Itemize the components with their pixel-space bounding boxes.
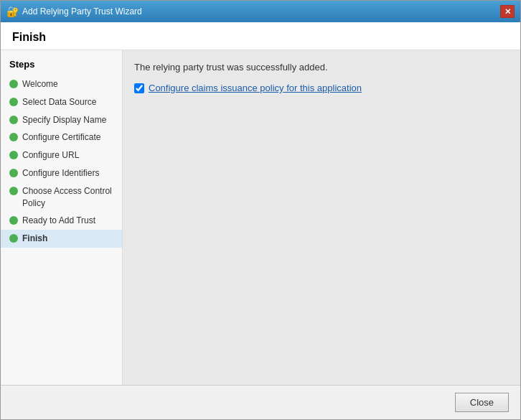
sidebar-item-welcome[interactable]: Welcome — [1, 75, 122, 93]
step-dot-welcome — [9, 80, 18, 88]
step-label-configure-url: Configure URL — [22, 149, 79, 162]
sidebar-item-specify-display-name[interactable]: Specify Display Name — [1, 111, 122, 129]
main-body: Steps Welcome Select Data Source Specify… — [1, 50, 520, 385]
window-title: Add Relying Party Trust Wizard — [22, 6, 142, 17]
step-dot-choose-access-control-policy — [9, 187, 18, 195]
claims-issuance-label[interactable]: Configure claims issuance policy for thi… — [149, 83, 362, 93]
step-label-ready-to-add-trust: Ready to Add Trust — [22, 215, 95, 227]
wizard-window: 🔐 Add Relying Party Trust Wizard ✕ Finis… — [0, 0, 521, 420]
step-label-welcome: Welcome — [22, 78, 58, 90]
step-label-choose-access-control-policy: Choose Access Control Policy — [22, 185, 113, 210]
step-label-specify-display-name: Specify Display Name — [22, 114, 106, 126]
step-label-select-data-source: Select Data Source — [22, 96, 96, 108]
step-dot-configure-identifiers — [9, 169, 18, 177]
claims-issuance-checkbox[interactable] — [134, 83, 144, 93]
steps-label: Steps — [1, 59, 122, 75]
wizard-icon: 🔐 — [6, 6, 18, 17]
sidebar-item-configure-certificate[interactable]: Configure Certificate — [1, 129, 122, 146]
sidebar-item-configure-identifiers[interactable]: Configure Identifiers — [1, 164, 122, 182]
sidebar-item-select-data-source[interactable]: Select Data Source — [1, 93, 122, 111]
sidebar: Steps Welcome Select Data Source Specify… — [1, 50, 123, 385]
success-message: The relying party trust was successfully… — [134, 62, 509, 73]
step-dot-finish — [9, 234, 18, 243]
content-area: Finish Steps Welcome Select Data Source … — [1, 22, 520, 385]
right-panel: The relying party trust was successfully… — [123, 50, 520, 385]
step-dot-configure-url — [9, 151, 18, 159]
step-label-finish: Finish — [22, 233, 47, 245]
page-title: Finish — [1, 22, 520, 50]
step-label-configure-certificate: Configure Certificate — [22, 131, 100, 144]
footer: Close — [1, 385, 520, 419]
step-label-configure-identifiers: Configure Identifiers — [22, 167, 99, 179]
sidebar-item-ready-to-add-trust[interactable]: Ready to Add Trust — [1, 212, 122, 230]
step-dot-configure-certificate — [9, 133, 18, 141]
step-dot-select-data-source — [9, 98, 18, 106]
sidebar-item-configure-url[interactable]: Configure URL — [1, 146, 122, 164]
checkbox-row: Configure claims issuance policy for thi… — [134, 83, 509, 93]
window-close-button[interactable]: ✕ — [500, 5, 515, 18]
sidebar-item-choose-access-control-policy[interactable]: Choose Access Control Policy — [1, 182, 122, 213]
title-bar: 🔐 Add Relying Party Trust Wizard ✕ — [1, 1, 520, 22]
step-dot-ready-to-add-trust — [9, 216, 18, 225]
step-dot-specify-display-name — [9, 116, 18, 124]
sidebar-item-finish[interactable]: Finish — [1, 230, 122, 248]
close-button[interactable]: Close — [455, 393, 509, 412]
title-bar-left: 🔐 Add Relying Party Trust Wizard — [6, 6, 142, 17]
